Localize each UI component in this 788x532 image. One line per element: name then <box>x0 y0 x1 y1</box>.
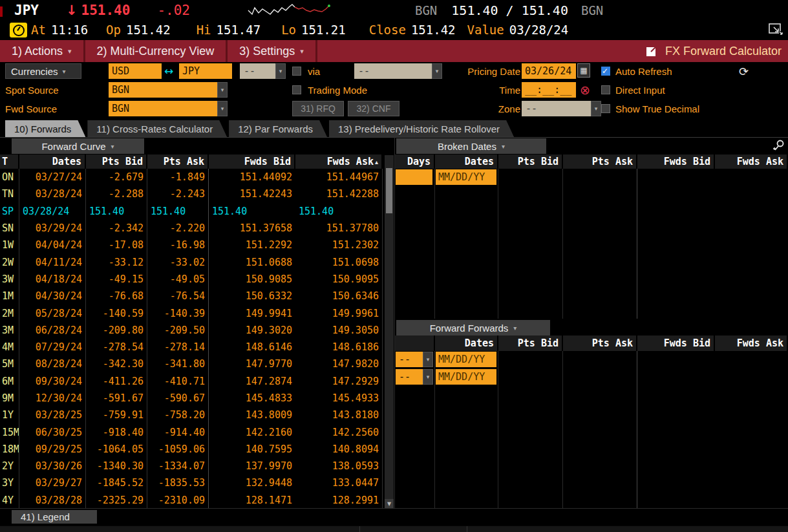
col-header-dates[interactable]: Dates <box>435 154 498 169</box>
table-row[interactable]: 1Y03/28/25-759.91-758.20143.8009143.8180 <box>0 407 383 423</box>
via-label: via <box>308 63 320 79</box>
col-header-pts-ask[interactable]: Pts Ask <box>563 335 637 351</box>
forward-curve-dropdown[interactable]: Forward Curve▾ <box>12 138 144 154</box>
col-header-pts-bid[interactable]: Pts Bid <box>498 335 563 351</box>
cell: 03/28/28 <box>19 492 86 509</box>
col-header-pts-ask[interactable]: Pts Ask <box>563 154 637 169</box>
cell: -410.71 <box>147 373 209 390</box>
pair-dropdown[interactable]: -- <box>240 63 275 79</box>
tab-2[interactable]: 12) Par Forwards <box>229 120 327 137</box>
cell: 03/28/24 <box>19 203 86 220</box>
export-icon[interactable] <box>646 45 659 57</box>
col-header-fwds-ask[interactable]: Fwds Ask <box>715 154 788 169</box>
clock-icon[interactable] <box>10 23 27 37</box>
table-row[interactable]: 1W04/04/24-17.08-16.98151.2292151.2302 <box>0 237 383 253</box>
spot-source-input[interactable]: BGN <box>109 82 217 98</box>
table-row[interactable]: 18M09/29/25-1064.05-1059.06140.7595140.8… <box>0 441 383 458</box>
rfq-button[interactable]: 31) RFQ <box>292 101 344 116</box>
menu-settings[interactable]: 3) Settings▾ <box>228 40 317 62</box>
table-row[interactable]: SN03/29/24-2.342-2.220151.37658151.37780 <box>0 220 383 237</box>
content-area: Forward Curve▾ T Dates Pts Bid Pts Ask F… <box>0 137 788 508</box>
ff-date-input[interactable]: MM/DD/YY <box>436 352 496 367</box>
ff-date-input[interactable]: MM/DD/YY <box>436 369 496 385</box>
col-header-fwds-bid[interactable]: Fwds Bid <box>209 154 295 169</box>
pricing-date-input[interactable]: 03/26/24 <box>522 63 576 79</box>
base-currency-input[interactable]: USD <box>109 63 162 79</box>
tab-0[interactable]: 10) Forwards <box>5 120 85 137</box>
table-row[interactable]: ON03/27/24-2.679-1.849151.44092151.44967 <box>0 169 383 186</box>
cnf-button[interactable]: 32) CNF <box>348 101 399 116</box>
refresh-icon[interactable]: ⟳ <box>739 63 749 79</box>
search-icon[interactable] <box>772 139 785 152</box>
table-row[interactable]: 3M06/28/24-209.80-209.50149.3020149.3050 <box>0 322 383 339</box>
table-row[interactable]: 4M07/29/24-278.54-278.14148.6146148.6186 <box>0 339 383 356</box>
table-row[interactable]: 3W04/18/24-49.15-49.05150.9085150.9095 <box>0 271 383 288</box>
clear-time-icon[interactable]: ⊗ <box>580 82 590 98</box>
via-dropdown-arrow[interactable]: ▾ <box>432 63 442 79</box>
fwd-source-dropdown-arrow[interactable]: ▾ <box>217 101 228 116</box>
via-checkbox[interactable] <box>292 67 301 76</box>
trading-mode-checkbox[interactable] <box>292 85 301 94</box>
ff-tenor-dropdown-arrow[interactable]: ▾ <box>423 352 433 367</box>
auto-refresh-checkbox[interactable]: ✓ <box>601 67 610 76</box>
col-header-fwds-ask[interactable]: Fwds Ask <box>715 335 788 351</box>
table-row[interactable]: SP03/28/24151.40151.40151.40151.40 <box>0 203 383 220</box>
cell: -914.40 <box>147 423 209 440</box>
menu-actions[interactable]: 1) Actions▾ <box>0 40 85 62</box>
scrollbar-thumb[interactable] <box>386 168 392 213</box>
zone-dropdown-arrow[interactable]: ▾ <box>591 101 601 116</box>
currencies-dropdown[interactable]: Currencies▾ <box>5 63 81 79</box>
spot-source-dropdown-arrow[interactable]: ▾ <box>217 82 228 98</box>
table-row[interactable]: 6M09/30/24-411.26-410.71147.2874147.2929 <box>0 373 383 390</box>
fwd-source-input[interactable]: BGN <box>109 101 217 116</box>
col-header-dates[interactable]: Dates <box>435 335 498 351</box>
zone-dropdown[interactable]: -- <box>522 101 591 116</box>
cell: 149.9961 <box>295 304 383 321</box>
show-true-decimal-checkbox[interactable] <box>601 104 610 113</box>
cell: 2Y <box>0 458 19 474</box>
table-row[interactable]: 5M08/28/24-342.30-341.80147.9770147.9820 <box>0 356 383 372</box>
legend-button[interactable]: 41) Legend <box>12 510 97 524</box>
time-input[interactable]: __:__:__ <box>522 82 576 98</box>
menu-multi-currency-view[interactable]: 2) Multi-Currency View <box>85 40 228 62</box>
col-header-fwds-bid[interactable]: Fwds Bid <box>637 335 715 351</box>
table-row[interactable]: 1M04/30/24-76.68-76.54150.6332150.6346 <box>0 288 383 304</box>
table-row[interactable]: 2W04/11/24-33.12-33.02151.0688151.0698 <box>0 253 383 270</box>
screen-launch-icon[interactable] <box>769 23 783 36</box>
table-row[interactable]: 2M05/28/24-140.59-140.39149.9941149.9961 <box>0 304 383 321</box>
cell: 18M <box>0 441 19 458</box>
scrollbar[interactable]: ▼ <box>385 155 394 509</box>
quote-currency-input[interactable]: JPY <box>179 63 232 79</box>
broken-dates-date-input[interactable]: MM/DD/YY <box>436 169 496 185</box>
col-header-pts-bid[interactable]: Pts Bid <box>498 154 563 169</box>
col-header-pts-ask[interactable]: Pts Ask <box>147 154 209 169</box>
table-row[interactable]: TN03/28/24-2.288-2.243151.42243151.42288 <box>0 186 383 202</box>
forward-curve-panel: Forward Curve▾ T Dates Pts Bid Pts Ask F… <box>0 137 394 509</box>
pair-dropdown-arrow[interactable]: ▾ <box>275 63 286 79</box>
col-header-t[interactable]: T <box>0 154 19 169</box>
tab-3[interactable]: 13) Predelivery/Historic Rate Rollover <box>329 120 514 137</box>
tab-1[interactable]: 11) Cross-Rates Calculator <box>87 120 227 137</box>
table-row[interactable]: 3Y03/29/27-1845.52-1835.53132.9448133.04… <box>0 474 383 491</box>
via-dropdown[interactable]: -- <box>354 63 432 79</box>
col-header-pts-bid[interactable]: Pts Bid <box>86 154 147 169</box>
table-row[interactable]: 4Y03/28/28-2325.29-2310.09128.1471128.29… <box>0 492 383 509</box>
direct-input-checkbox[interactable] <box>601 85 610 94</box>
cell: -76.54 <box>147 288 209 304</box>
col-header-fwds-ask[interactable]: Fwds Ask▴ <box>295 154 383 169</box>
calendar-icon[interactable]: ▦ <box>577 63 590 78</box>
broken-dates-dropdown[interactable]: Broken Dates▾ <box>396 138 546 154</box>
ff-tenor-dropdown[interactable]: -- <box>396 369 423 385</box>
table-row[interactable]: 15M06/30/25-918.40-914.40142.2160142.256… <box>0 423 383 440</box>
table-row[interactable]: 2Y03/30/26-1340.30-1334.07137.9970138.05… <box>0 458 383 474</box>
col-header-fwds-bid[interactable]: Fwds Bid <box>637 154 715 169</box>
ff-tenor-dropdown[interactable]: -- <box>396 352 423 367</box>
ff-tenor-dropdown-arrow[interactable]: ▾ <box>423 369 433 385</box>
scrollbar-down-icon[interactable]: ▼ <box>385 499 394 509</box>
col-header-days[interactable]: Days <box>395 154 435 169</box>
broken-dates-days-input[interactable] <box>396 169 432 185</box>
table-row[interactable]: 9M12/30/24-591.67-590.67145.4833145.4933 <box>0 390 383 407</box>
swap-currencies-icon[interactable]: ↔ <box>164 63 173 79</box>
forward-forwards-dropdown[interactable]: Forward Forwards▾ <box>396 320 550 335</box>
col-header-dates[interactable]: Dates <box>19 154 86 169</box>
